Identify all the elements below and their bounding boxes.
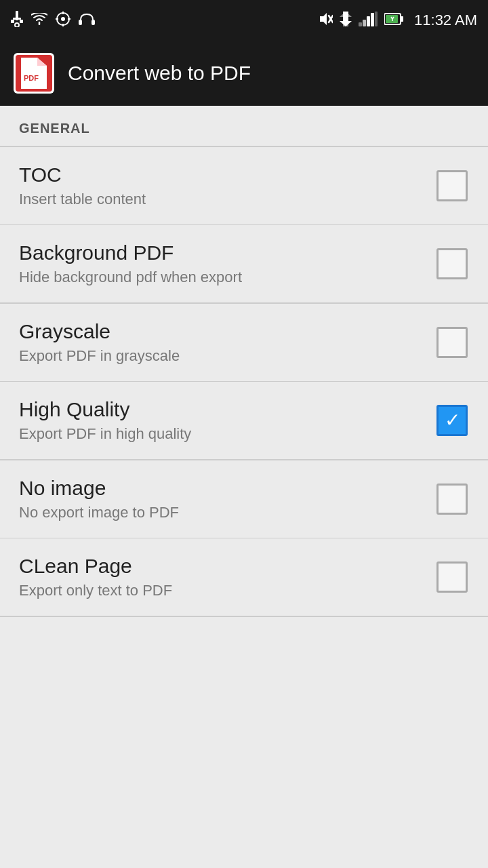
signal-icon	[359, 12, 378, 30]
setting-title-no-image: No image	[19, 477, 435, 500]
svg-rect-11	[79, 20, 82, 25]
data-transfer-icon	[340, 12, 352, 30]
checkbox-container-toc[interactable]: ✓	[435, 169, 469, 203]
checkbox-container-no-image[interactable]: ✓	[435, 482, 469, 516]
setting-row-grayscale[interactable]: Grayscale Export PDF in grayscale ✓	[0, 304, 488, 381]
setting-subtitle-no-image: No export image to PDF	[19, 504, 435, 521]
checkbox-grayscale[interactable]: ✓	[436, 327, 468, 358]
svg-rect-19	[363, 20, 366, 26]
svg-rect-18	[359, 22, 362, 26]
status-icons-left	[11, 11, 95, 31]
setting-row-no-image[interactable]: No image No export image to PDF ✓	[0, 460, 488, 538]
svg-rect-2	[11, 20, 14, 23]
setting-row-clean-page[interactable]: CLean Page Export only text to PDF ✓	[0, 538, 488, 616]
svg-rect-12	[92, 20, 95, 25]
checkbox-container-grayscale[interactable]: ✓	[435, 326, 469, 359]
setting-text-toc: TOC Insert table content	[19, 163, 435, 208]
checkbox-container-background-pdf[interactable]: ✓	[435, 247, 469, 281]
usb-icon	[11, 11, 23, 31]
wifi-icon	[31, 13, 47, 28]
status-time: 11:32 AM	[414, 12, 477, 29]
setting-subtitle-toc: Insert table content	[19, 191, 435, 208]
svg-rect-1	[13, 18, 21, 20]
svg-point-4	[15, 23, 19, 27]
setting-text-high-quality: High Quality Export PDF in high quality	[19, 398, 435, 443]
svg-text:PDF: PDF	[24, 74, 39, 82]
setting-title-high-quality: High Quality	[19, 398, 435, 421]
svg-marker-13	[320, 13, 327, 25]
checkbox-high-quality[interactable]: ✓	[436, 405, 468, 436]
svg-rect-21	[371, 13, 374, 26]
app-icon: PDF	[14, 53, 54, 94]
setting-title-clean-page: CLean Page	[19, 555, 435, 578]
setting-text-grayscale: Grayscale Export PDF in grayscale	[19, 320, 435, 365]
content-area: GENERAL TOC Insert table content ✓ Backg…	[0, 106, 488, 868]
svg-rect-25	[386, 15, 398, 23]
settings-circle-icon	[56, 12, 70, 30]
setting-row-toc[interactable]: TOC Insert table content ✓	[0, 147, 488, 224]
app-title: Convert web to PDF	[68, 62, 251, 85]
battery-icon	[384, 12, 403, 30]
svg-rect-20	[367, 16, 370, 26]
checkbox-clean-page[interactable]: ✓	[436, 561, 468, 593]
setting-row-high-quality[interactable]: High Quality Export PDF in high quality …	[0, 382, 488, 459]
setting-text-no-image: No image No export image to PDF	[19, 477, 435, 521]
checkbox-container-clean-page[interactable]: ✓	[435, 560, 469, 594]
checkbox-no-image[interactable]: ✓	[436, 484, 468, 515]
checkbox-background-pdf[interactable]: ✓	[436, 248, 468, 279]
setting-subtitle-grayscale: Export PDF in grayscale	[19, 347, 435, 365]
svg-rect-22	[375, 12, 378, 26]
status-icons-right: 11:32 AM	[318, 12, 477, 30]
setting-subtitle-background-pdf: Hide background pdf when export	[19, 269, 435, 286]
status-bar: 11:32 AM	[0, 0, 488, 41]
setting-text-clean-page: CLean Page Export only text to PDF	[19, 555, 435, 599]
setting-title-toc: TOC	[19, 163, 435, 186]
svg-rect-24	[401, 16, 403, 22]
divider-6	[0, 616, 488, 617]
checkbox-toc[interactable]: ✓	[436, 170, 468, 201]
setting-subtitle-high-quality: Export PDF in high quality	[19, 425, 435, 443]
app-bar: PDF Convert web to PDF	[0, 41, 488, 106]
section-label: GENERAL	[19, 121, 90, 136]
setting-subtitle-clean-page: Export only text to PDF	[19, 582, 435, 599]
svg-marker-17	[340, 12, 352, 26]
setting-text-background-pdf: Background PDF Hide background pdf when …	[19, 241, 435, 286]
checkmark-high-quality: ✓	[445, 411, 460, 430]
setting-title-background-pdf: Background PDF	[19, 241, 435, 264]
checkbox-container-high-quality[interactable]: ✓	[435, 403, 469, 437]
svg-point-6	[61, 17, 65, 21]
headphone-icon	[79, 12, 95, 30]
mute-icon	[318, 12, 333, 30]
svg-rect-3	[20, 20, 23, 23]
section-header-general: GENERAL	[0, 106, 488, 146]
setting-row-background-pdf[interactable]: Background PDF Hide background pdf when …	[0, 225, 488, 302]
setting-title-grayscale: Grayscale	[19, 320, 435, 343]
